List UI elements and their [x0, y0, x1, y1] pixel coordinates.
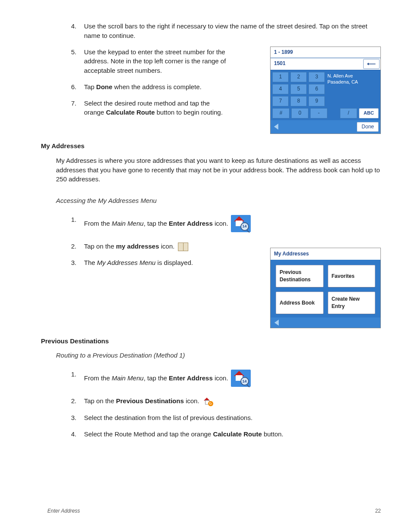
key-button[interactable]: 5	[290, 84, 307, 94]
previous-destinations-button[interactable]: Previous Destinations	[276, 265, 324, 287]
key-button[interactable]: #	[272, 108, 290, 118]
keypad-value: 1501	[271, 58, 362, 69]
favorites-button[interactable]: Favorites	[328, 265, 376, 287]
back-arrow-icon[interactable]	[274, 124, 278, 130]
step-number: 6.	[47, 82, 84, 92]
key-button[interactable]: 7	[272, 96, 289, 106]
subheading-accessing: Accessing the My Addresses Menu	[56, 196, 381, 205]
create-new-entry-button[interactable]: Create New Entry	[328, 292, 376, 314]
step-text: Tap Done when the address is complete.	[84, 82, 230, 92]
address-book-button[interactable]: Address Book	[276, 292, 324, 314]
list-item: 2. Tap on the Previous Destinations icon…	[47, 396, 381, 406]
keypad-city: Pasadena, CA	[327, 79, 378, 85]
keypad-input-row: 1501 ⟵	[271, 58, 380, 70]
my-addresses-intro: My Addresses is where you store addresse…	[56, 156, 381, 184]
step-number: 4.	[47, 22, 84, 31]
step-number: 3.	[47, 258, 84, 268]
step-text: From the Main Menu, tap the Enter Addres…	[84, 370, 381, 387]
key-button[interactable]: 3	[308, 72, 325, 82]
step-number: 3.	[47, 413, 84, 423]
keypad-street: N. Allen Ave	[327, 73, 378, 79]
list-item: 1. From the Main Menu, tap the Enter Add…	[47, 370, 381, 387]
key-button[interactable]: -	[310, 108, 327, 118]
step-number: 5.	[47, 47, 84, 57]
section-heading-previous-destinations: Previous Destinations	[41, 336, 381, 346]
key-button[interactable]: /	[340, 108, 357, 118]
step-text: Select the desired route method and tap …	[84, 99, 230, 118]
key-button[interactable]: 6	[308, 84, 325, 94]
section-heading-my-addresses: My Addresses	[41, 141, 381, 151]
step-text: Tap on the Previous Destinations icon. ↻	[84, 396, 381, 406]
panel-footer	[271, 317, 380, 328]
step-text: From the Main Menu, tap the Enter Addres…	[84, 215, 381, 232]
keypad-body: 1 2 3 4 5 6 7 8 9 N. Allen Ave Pasadena,…	[271, 70, 380, 108]
step-text: Select the Route Method and tap the oran…	[84, 429, 381, 439]
step-number: 1.	[47, 370, 84, 379]
step-text: Select the destination from the list of …	[84, 413, 381, 423]
step-text: Use the scroll bars to the right if nece…	[84, 22, 381, 40]
keypad-bottom-row: # 0 - / ABC	[271, 108, 380, 120]
backspace-icon[interactable]: ⟵	[363, 59, 380, 68]
panel-grid: Previous Destinations Favorites Address …	[271, 260, 380, 317]
enter-address-icon: 14	[231, 370, 251, 387]
step-number: 2.	[47, 396, 84, 406]
footer-section-name: Enter Address	[47, 507, 80, 515]
done-button[interactable]: Done	[357, 122, 379, 132]
abc-button[interactable]: ABC	[359, 108, 379, 118]
list-item: 1. From the Main Menu, tap the Enter Add…	[47, 215, 381, 232]
key-button[interactable]: 1	[272, 72, 289, 82]
step-number: 7.	[47, 99, 84, 108]
list-item: 4. Select the Route Method and tap the o…	[47, 429, 381, 439]
list-item: 3. Select the destination from the list …	[47, 413, 381, 423]
back-arrow-icon[interactable]	[274, 320, 279, 326]
panel-title: My Addresses	[271, 248, 380, 260]
step-text: Use the keypad to enter the street numbe…	[84, 47, 230, 75]
key-button[interactable]: 8	[290, 96, 307, 106]
my-addresses-panel: My Addresses Previous Destinations Favor…	[270, 248, 381, 328]
previous-destinations-icon: ↻	[203, 397, 213, 406]
enter-address-icon: 14	[231, 215, 251, 232]
step-number: 1.	[47, 215, 84, 224]
key-button[interactable]: 9	[308, 96, 325, 106]
keypad-cells: 1 2 3 4 5 6 7 8 9	[271, 70, 327, 108]
step-number: 4.	[47, 429, 84, 439]
keypad-range: 1 - 1899	[271, 47, 380, 58]
keypad-screenshot: 1 - 1899 1501 ⟵ 1 2 3 4 5 6 7 8 9 N. All…	[270, 47, 381, 134]
bottom-steps-list: 1. From the Main Menu, tap the Enter Add…	[47, 370, 381, 439]
footer-page-number: 22	[375, 507, 381, 515]
list-item: 4. Use the scroll bars to the right if n…	[47, 22, 381, 40]
key-button[interactable]: 0	[291, 108, 308, 118]
key-button[interactable]: 4	[272, 84, 289, 94]
subheading-routing: Routing to a Previous Destination (Metho…	[56, 351, 381, 360]
book-icon	[178, 243, 188, 251]
keypad-footer: Done	[271, 120, 380, 134]
keypad-side: N. Allen Ave Pasadena, CA	[327, 70, 380, 108]
key-button[interactable]: 2	[290, 72, 307, 82]
step-number: 2.	[47, 242, 84, 251]
document-page: 4. Use the scroll bars to the right if n…	[0, 0, 411, 532]
